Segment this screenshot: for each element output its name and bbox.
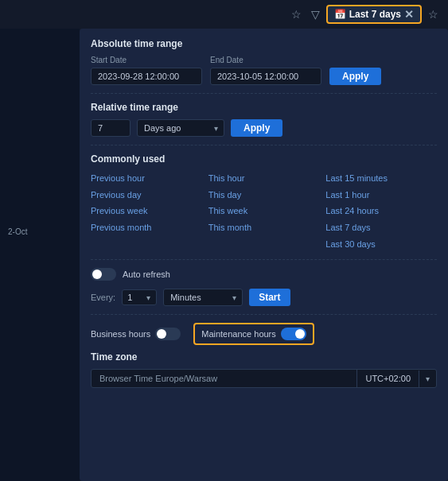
relative-apply-button[interactable]: Apply [231, 119, 282, 137]
start-button[interactable]: Start [249, 289, 290, 306]
top-bar: ☆ ▽ 📅 Last 7 days ✕ ☆ [282, 0, 448, 29]
active-time-range[interactable]: 📅 Last 7 days ✕ [326, 5, 422, 24]
relative-unit-select[interactable]: Days ago Minutes ago Hours ago Weeks ago… [137, 119, 224, 137]
relative-section-title: Relative time range [91, 102, 437, 113]
hours-row: Business hours Maintenance hours [91, 323, 437, 345]
absolute-apply-button[interactable]: Apply [329, 68, 381, 85]
business-hours-toggle[interactable] [155, 328, 181, 340]
commonly-used-title: Commonly used [91, 153, 437, 165]
start-date-label: Start Date [91, 56, 202, 64]
auto-refresh-row: Auto refresh [91, 268, 437, 281]
commonly-used-item [208, 237, 320, 252]
auto-refresh-label: Auto refresh [123, 270, 170, 279]
star-icon-left[interactable]: ☆ [288, 6, 305, 22]
business-hours-track [155, 328, 181, 340]
commonly-used-item[interactable]: Previous month [91, 220, 202, 235]
commonly-used-item[interactable]: Last 30 days [325, 237, 437, 252]
end-date-input[interactable] [210, 68, 321, 85]
commonly-used-item [91, 237, 202, 252]
timezone-section: Time zone Browser Time Europe/Warsaw UTC… [91, 351, 437, 388]
left-date-label: 2-Oct [8, 227, 27, 236]
every-number-input[interactable] [122, 289, 157, 305]
active-time-label: Last 7 days [349, 9, 401, 20]
maintenance-hours-group: Maintenance hours [193, 323, 314, 345]
commonly-used-grid: Previous hour This hour Last 15 minutes … [91, 171, 437, 251]
commonly-used-item[interactable]: Last 24 hours [325, 204, 437, 219]
start-date-group: Start Date [91, 56, 202, 85]
auto-refresh-toggle[interactable] [91, 268, 116, 281]
filter-icon[interactable]: ▽ [308, 6, 323, 22]
business-hours-label: Business hours [91, 329, 150, 339]
every-unit-wrapper: Minutes Seconds Hours [163, 289, 243, 306]
every-number-wrapper [122, 289, 157, 305]
commonly-used-item[interactable]: Last 7 days [325, 220, 437, 235]
commonly-used-item[interactable]: Previous day [91, 188, 202, 203]
every-label: Every: [91, 293, 115, 302]
commonly-used-item[interactable]: Last 1 hour [325, 188, 437, 203]
timezone-row: Browser Time Europe/Warsaw UTC+02:00 ▾ [91, 369, 437, 388]
divider-4 [91, 314, 437, 315]
absolute-time-range-row: Start Date End Date Apply [91, 56, 437, 85]
absolute-section-title: Absolute time range [91, 38, 437, 49]
timezone-chevron-icon[interactable]: ▾ [419, 370, 436, 387]
auto-refresh-track [91, 268, 116, 281]
divider-1 [91, 93, 437, 94]
maintenance-hours-label: Maintenance hours [201, 329, 276, 339]
business-hours-thumb [157, 329, 166, 339]
commonly-used-item[interactable]: This hour [208, 171, 320, 186]
star-icon-right[interactable]: ☆ [425, 6, 442, 22]
calendar-icon: 📅 [334, 9, 346, 20]
timezone-browser-value: Browser Time Europe/Warsaw [92, 370, 356, 387]
relative-number-input[interactable] [91, 119, 131, 137]
commonly-used-item[interactable]: This month [208, 220, 320, 235]
business-hours-group: Business hours [91, 328, 181, 340]
end-date-group: End Date [210, 56, 321, 85]
divider-2 [91, 145, 437, 145]
timezone-title: Time zone [91, 351, 437, 363]
relative-unit-wrapper: Days ago Minutes ago Hours ago Weeks ago… [137, 119, 224, 137]
maintenance-hours-thumb [295, 329, 305, 339]
time-range-panel: Absolute time range Start Date End Date … [80, 29, 448, 481]
commonly-used-item[interactable]: This week [208, 204, 320, 219]
commonly-used-item[interactable]: Last 15 minutes [325, 171, 437, 186]
auto-refresh-thumb [92, 270, 102, 279]
divider-3 [91, 259, 437, 260]
maintenance-hours-track [281, 328, 306, 340]
left-background: 2-Oct [0, 29, 80, 481]
maintenance-hours-toggle[interactable] [281, 328, 306, 340]
timezone-utc-value: UTC+02:00 [356, 370, 419, 387]
every-unit-select[interactable]: Minutes Seconds Hours [163, 289, 243, 306]
commonly-used-item[interactable]: Previous week [91, 204, 202, 219]
commonly-used-item[interactable]: This day [208, 188, 320, 203]
start-date-input[interactable] [91, 68, 202, 85]
end-date-label: End Date [210, 56, 321, 64]
commonly-used-item[interactable]: Previous hour [91, 171, 202, 186]
close-icon[interactable]: ✕ [404, 8, 414, 21]
relative-time-range-row: Days ago Minutes ago Hours ago Weeks ago… [91, 119, 437, 137]
every-row: Every: Minutes Seconds Hours Start [91, 289, 437, 306]
